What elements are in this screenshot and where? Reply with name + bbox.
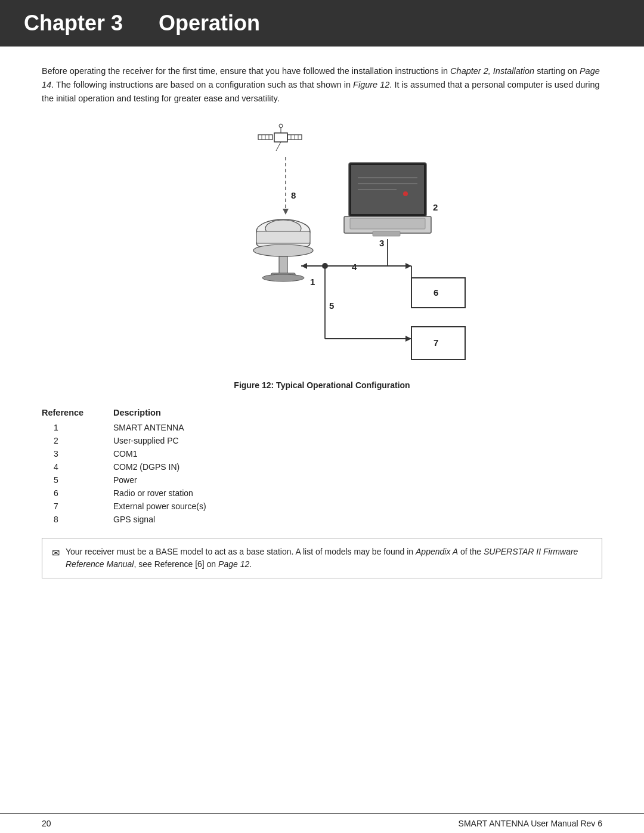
table-row: 2User-supplied PC <box>42 434 602 447</box>
svg-point-18 <box>253 244 313 256</box>
svg-rect-30 <box>373 231 400 236</box>
intro-text2: starting on <box>534 66 580 76</box>
note-box: ✉ Your receiver must be a BASE model to … <box>42 538 602 578</box>
intro-paragraph: Before operating the receiver for the fi… <box>42 64 602 106</box>
svg-line-11 <box>276 142 281 151</box>
svg-rect-0 <box>274 133 287 142</box>
table-row: 5Power <box>42 473 602 487</box>
svg-marker-38 <box>405 263 411 269</box>
chapter-title: Chapter 3 <box>24 11 123 36</box>
table-row: 6Radio or rover station <box>42 487 602 500</box>
col-reference-header: Reference <box>42 405 113 421</box>
table-row: 4COM2 (DGPS IN) <box>42 460 602 473</box>
ref-number: 8 <box>42 513 113 526</box>
intro-text1: Before operating the receiver for the fi… <box>42 66 450 76</box>
ref-description: GPS signal <box>113 513 602 526</box>
note-text: Your receiver must be a BASE model to ac… <box>66 546 592 571</box>
ref-number: 7 <box>42 500 113 513</box>
ref-number: 4 <box>42 460 113 473</box>
ref-number: 6 <box>42 487 113 500</box>
ref-description: Radio or rover station <box>113 487 602 500</box>
svg-point-21 <box>262 274 304 281</box>
label-4: 4 <box>352 262 357 272</box>
main-content: Before operating the receiver for the fi… <box>0 47 644 602</box>
ref-description: User-supplied PC <box>113 434 602 447</box>
col-description-header: Description <box>113 405 602 421</box>
label-1: 1 <box>310 277 315 287</box>
note-icon: ✉ <box>52 546 60 561</box>
label-7: 7 <box>434 337 438 348</box>
ref-number: 5 <box>42 473 113 487</box>
ref-description: COM1 <box>113 447 602 460</box>
figure-container: 8 1 <box>42 118 602 400</box>
page-number: 20 <box>42 819 51 828</box>
intro-italic1: Chapter 2, Installation <box>450 66 534 76</box>
operation-title: Operation <box>159 11 260 36</box>
ref-description: COM2 (DGPS IN) <box>113 460 602 473</box>
manual-title: SMART ANTENNA User Manual Rev 6 <box>459 819 602 828</box>
svg-rect-19 <box>279 256 287 274</box>
ref-description: External power source(s) <box>113 500 602 513</box>
ref-description: Power <box>113 473 602 487</box>
ref-description: SMART ANTENNA <box>113 421 602 434</box>
figure-caption: Figure 12: Typical Operational Configura… <box>234 380 410 390</box>
svg-marker-13 <box>283 209 289 215</box>
intro-text3: . The following instructions are based o… <box>51 80 353 89</box>
diagram-svg: 8 1 <box>173 118 471 374</box>
svg-marker-35 <box>301 263 307 269</box>
ref-number: 3 <box>42 447 113 460</box>
ref-number: 2 <box>42 434 113 447</box>
label-2: 2 <box>433 202 438 212</box>
svg-rect-17 <box>256 231 310 243</box>
intro-italic3: Figure 12 <box>353 80 389 89</box>
label-5: 5 <box>329 301 334 311</box>
label-8: 8 <box>291 190 296 200</box>
table-row: 3COM1 <box>42 447 602 460</box>
gps-receiver-icon <box>253 219 313 281</box>
satellite-icon <box>258 124 302 151</box>
svg-point-27 <box>403 191 408 196</box>
chapter-header: Chapter 3 Operation <box>0 0 644 47</box>
footer: 20 SMART ANTENNA User Manual Rev 6 <box>0 813 644 833</box>
svg-marker-43 <box>405 336 411 342</box>
label-6: 6 <box>434 287 438 298</box>
svg-rect-29 <box>350 218 425 229</box>
reference-table: Reference Description 1SMART ANTENNA2Use… <box>42 405 602 526</box>
laptop-icon <box>344 163 431 236</box>
table-row: 1SMART ANTENNA <box>42 421 602 434</box>
table-row: 8GPS signal <box>42 513 602 526</box>
ref-number: 1 <box>42 421 113 434</box>
label-3: 3 <box>379 238 384 248</box>
table-row: 7External power source(s) <box>42 500 602 513</box>
